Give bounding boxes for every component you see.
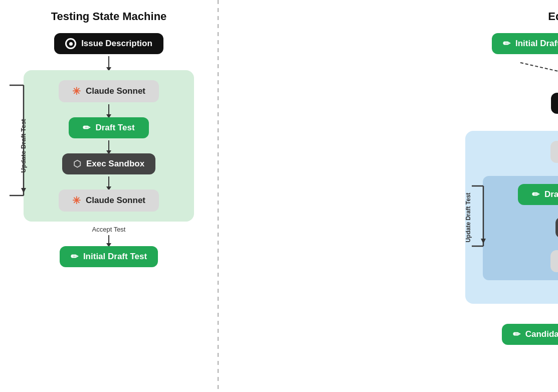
right-claude-sonnet-1: ✳ Claude Sonnet: [550, 141, 559, 163]
arrow5: [108, 235, 109, 244]
svg-marker-3: [21, 188, 26, 193]
snowflake-icon-1: ✳: [72, 85, 81, 97]
right-panel-title: Editing State Machine: [548, 10, 558, 23]
right-claude-sonnet-2: ✳ Claude Sonnet: [550, 250, 559, 272]
left-panel-title: Testing State Machine: [51, 10, 167, 23]
left-claude-sonnet-2: ✳ Claude Sonnet: [59, 189, 159, 212]
bottom-arrows-svg: [525, 304, 559, 324]
left-issue-description: Issue Description: [54, 33, 163, 54]
svg-marker-11: [481, 239, 486, 244]
left-update-label: Update Draft Test: [20, 119, 27, 172]
left-exec-sandbox: ⬡ Exec Sandbox: [62, 153, 155, 174]
left-claude-sonnet-1: ✳ Claude Sonnet: [59, 80, 159, 102]
left-initial-draft-test: ✏ Initial Draft Test: [60, 246, 158, 267]
right-flow: ✏ Initial Draft Test Context Files d b: [450, 33, 559, 345]
arrow2: [108, 104, 109, 115]
right-left-loop-svg: [472, 186, 484, 246]
left-flow: Issue Description Update Draft Test ✳: [0, 33, 218, 267]
right-draft-test: ✏ Draft Test: [518, 184, 559, 205]
accept-test-label: Accept Test: [92, 226, 126, 233]
right-candidate-test: ✏ Candidate Test: [502, 324, 558, 345]
circle-icon: [65, 38, 76, 49]
divider: [218, 0, 219, 392]
pencil-icon-3: ✏: [503, 38, 510, 49]
left-draft-test: ✏ Draft Test: [69, 117, 149, 138]
right-panel: Editing State Machine ✏ Initial Draft Te…: [435, 0, 558, 392]
pencil-icon-4: ✏: [532, 189, 539, 200]
right-initial-draft-test: ✏ Initial Draft Test: [492, 33, 558, 54]
right-exec-sandbox: ⬡ Exec Sandbox: [555, 217, 559, 238]
arrow3: [108, 140, 109, 151]
draft-row: ✏ Draft Test ⑂ Draft Edit: [518, 184, 559, 205]
left-green-box: Update Draft Test ✳ Claude Sonnet ✏ Draf…: [24, 70, 194, 222]
pencil-icon-5: ✏: [513, 329, 520, 340]
arrow4: [108, 176, 109, 187]
right-top-nodes: ✏ Initial Draft Test Context Files d b: [450, 33, 559, 59]
right-update-draft-test-label: Update Draft Test: [464, 192, 471, 242]
top-arrows-svg: [465, 63, 559, 93]
left-panel: Testing State Machine Issue Description: [0, 0, 218, 392]
main-container: Testing State Machine Issue Description: [0, 0, 558, 392]
right-dark-blue-box: ✏ Draft Test ⑂ Draft Edit: [483, 176, 559, 280]
candidate-row: ✏ Candidate Test ⑂ Candidate Edit: [502, 324, 558, 345]
right-issue-description: Issue Description: [551, 93, 558, 114]
svg-line-4: [520, 63, 559, 88]
pencil-icon-1: ✏: [83, 122, 90, 133]
snowflake-icon-2: ✳: [72, 194, 81, 207]
arrow1: [108, 56, 109, 68]
cube-icon-1: ⬡: [73, 158, 81, 169]
right-blue-box: Update Draft Test Update Draft Edit ✳ Cl…: [465, 131, 559, 304]
pencil-icon-2: ✏: [71, 251, 78, 262]
